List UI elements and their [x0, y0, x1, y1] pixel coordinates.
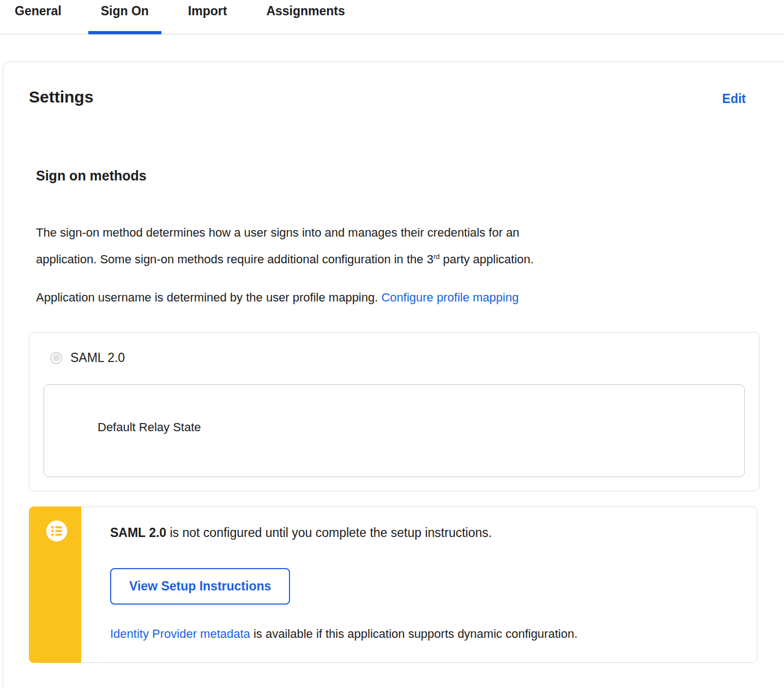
description-line1: The sign-on method determines how a user…: [36, 226, 520, 239]
tab-general-label: General: [15, 4, 62, 18]
app-tab-bar: General Sign On Import Assignments: [0, 0, 784, 34]
tab-general[interactable]: General: [2, 0, 74, 34]
tab-assignments[interactable]: Assignments: [254, 0, 357, 34]
saml-radio-dot: [53, 354, 60, 361]
saml-radio-label: SAML 2.0: [70, 351, 125, 365]
callout-title-rest: is not configured until you complete the…: [166, 526, 492, 540]
list-icon: [45, 520, 68, 542]
page-title: Settings: [29, 87, 93, 107]
edit-link[interactable]: Edit: [722, 92, 746, 106]
view-setup-instructions-button[interactable]: View Setup Instructions: [110, 568, 290, 605]
description-superscript: rd: [433, 252, 440, 261]
tab-sign-on-label: Sign On: [101, 4, 149, 18]
username-mapping-text: Application username is determined by th…: [36, 291, 381, 304]
tab-active-underline: [88, 31, 161, 34]
tab-sign-on[interactable]: Sign On: [88, 0, 161, 34]
saml-caution-callout: SAML 2.0 is not configured until you com…: [29, 506, 757, 663]
tab-import-label: Import: [188, 4, 227, 18]
settings-card-header: Settings Edit: [29, 87, 746, 107]
identity-provider-metadata-link[interactable]: Identity Provider metadata: [110, 627, 250, 641]
description-line2: application. Some sign-on methods requir…: [36, 252, 433, 266]
configure-profile-mapping-link[interactable]: Configure profile mapping: [381, 291, 518, 304]
metadata-line: Identity Provider metadata is available …: [110, 626, 757, 642]
sign-on-methods-heading: Sign on methods: [36, 167, 784, 184]
callout-title: SAML 2.0 is not configured until you com…: [110, 525, 757, 540]
saml-method-box: SAML 2.0 Default Relay State: [29, 332, 759, 491]
tab-assignments-label: Assignments: [266, 4, 345, 18]
default-relay-state-label: Default Relay State: [98, 420, 201, 434]
relay-state-field-box: Default Relay State: [44, 384, 745, 477]
username-mapping-line: Application username is determined by th…: [36, 284, 784, 311]
settings-card-inner: Settings Edit Sign on methods The sign-o…: [3, 62, 784, 663]
tab-import[interactable]: Import: [176, 0, 240, 34]
sign-on-description: The sign-on method determines how a user…: [36, 219, 784, 273]
metadata-rest: is available if this application support…: [250, 627, 577, 641]
settings-card: Settings Edit Sign on methods The sign-o…: [3, 62, 784, 688]
saml-radio-row: SAML 2.0: [50, 351, 759, 365]
description-line2-end: party application.: [439, 252, 533, 266]
callout-title-bold: SAML 2.0: [110, 526, 166, 540]
saml-radio-button[interactable]: [50, 352, 62, 364]
